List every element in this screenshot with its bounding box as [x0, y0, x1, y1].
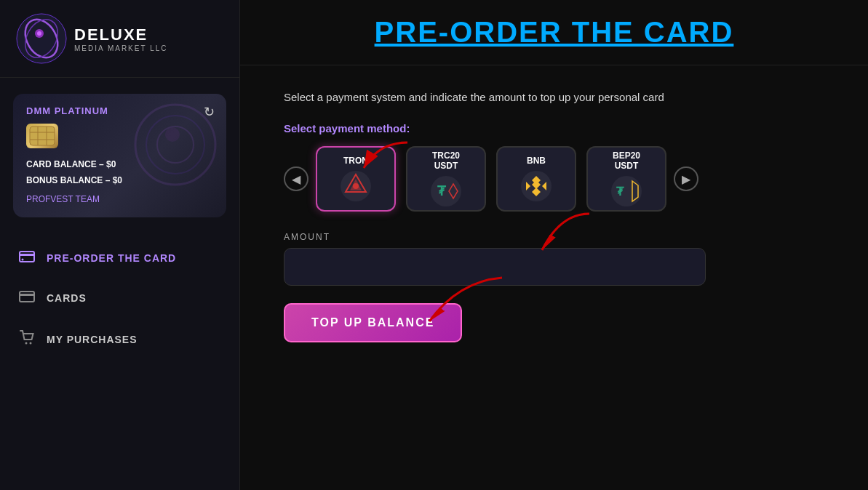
pre-order-label: PRE-ORDER THE CARD [47, 252, 176, 264]
bnb-label: BNB [527, 156, 546, 166]
svg-rect-17 [20, 292, 34, 302]
card-balance-label: CARD BALANCE – [26, 159, 104, 169]
pre-order-icon [19, 249, 35, 266]
main-content: PRE-ORDER THE CARD Select a payment syst… [240, 0, 868, 490]
svg-point-16 [22, 259, 24, 261]
svg-point-19 [25, 342, 28, 345]
tron-icon [340, 170, 372, 202]
payment-method-bnb[interactable]: BNB [496, 146, 576, 212]
logo-area: DELUXE MEDIA MARKET LLC [0, 0, 239, 78]
select-method-label: Select payment method: [284, 122, 824, 134]
svg-rect-9 [30, 126, 55, 145]
logo-icon [16, 13, 67, 64]
bep20-label: BEP20USDT [613, 150, 640, 171]
card-label: DMM PLATINUM [26, 105, 108, 116]
main-body: Select a payment system and indicate the… [240, 65, 868, 490]
card-widget: DMM PLATINUM ↻ CARD BALANCE – $0 BONUS B… [13, 94, 226, 217]
svg-point-6 [146, 116, 204, 174]
sidebar-item-pre-order[interactable]: PRE-ORDER THE CARD [0, 238, 239, 278]
bnb-icon [520, 170, 552, 202]
amount-label: AMOUNT [284, 232, 824, 242]
trc20-usdt-icon: ₮ [430, 175, 462, 207]
svg-point-0 [17, 14, 66, 63]
cards-label: CARDS [47, 292, 87, 304]
bep20-usdt-icon: ₮ [610, 175, 642, 207]
svg-point-4 [37, 31, 41, 36]
amount-input[interactable] [284, 248, 706, 286]
cards-icon [19, 289, 35, 306]
payment-method-bep20-usdt[interactable]: BEP20USDT ₮ [586, 146, 666, 212]
purchases-label: MY PURCHASES [47, 334, 138, 345]
sidebar-item-cards[interactable]: CARDS [0, 278, 239, 318]
top-up-wrapper: TOP UP BALANCE [284, 303, 462, 342]
payment-prev-button[interactable]: ◀ [284, 166, 308, 191]
sidebar: DELUXE MEDIA MARKET LLC DMM PLATINUM ↻ [0, 0, 240, 490]
payment-methods-list: TRON TRC20USDT ₮ [316, 146, 666, 212]
top-up-button[interactable]: TOP UP BALANCE [284, 303, 462, 342]
nav-items: PRE-ORDER THE CARD CARDS MY PURCHASES [0, 238, 239, 361]
trc20-label: TRC20USDT [432, 150, 460, 171]
amount-section: AMOUNT [284, 232, 824, 286]
payment-section: ◀ TRON TRC20USDT [284, 146, 698, 232]
svg-rect-18 [20, 294, 34, 296]
svg-point-8 [165, 127, 180, 142]
payment-method-trc20-usdt[interactable]: TRC20USDT ₮ [406, 146, 486, 212]
refresh-icon[interactable]: ↻ [204, 104, 215, 120]
card-balance-value: $0 [106, 159, 116, 169]
sidebar-item-purchases[interactable]: MY PURCHASES [0, 318, 239, 361]
profvest-team-link[interactable]: PROFVEST TEAM [26, 194, 213, 204]
payment-method-tron[interactable]: TRON [316, 146, 396, 212]
svg-text:₮: ₮ [616, 185, 624, 198]
bonus-balance-value: $0 [113, 175, 122, 185]
main-header: PRE-ORDER THE CARD [240, 0, 868, 65]
svg-rect-15 [20, 254, 34, 256]
tron-label: TRON [343, 156, 368, 166]
purchases-icon [19, 329, 35, 349]
amount-wrapper: AMOUNT [284, 232, 824, 286]
svg-point-24 [353, 183, 359, 189]
app-title: DELUXE [74, 25, 168, 44]
svg-point-25 [431, 176, 461, 206]
bonus-balance-label: BONUS BALANCE – [26, 175, 110, 185]
description-text: Select a payment system and indicate the… [284, 89, 720, 106]
svg-point-20 [30, 342, 32, 345]
app-subtitle: MEDIA MARKET LLC [74, 44, 168, 52]
card-chip [26, 124, 58, 148]
page-title: PRE-ORDER THE CARD [375, 16, 734, 49]
payment-row: ◀ TRON TRC20USDT [284, 146, 698, 212]
logo-text: DELUXE MEDIA MARKET LLC [74, 25, 168, 52]
payment-next-button[interactable]: ▶ [674, 166, 698, 191]
